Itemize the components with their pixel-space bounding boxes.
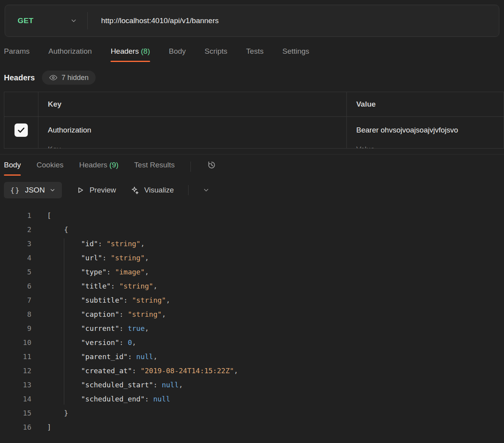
code-line: 5 "type": "image", [0,265,504,279]
tab-body[interactable]: Body [169,47,186,62]
request-bar: GET http://localhost:4010/api/v1/banners [5,5,499,37]
code-line: 7 "subtitle": "string", [0,293,504,307]
code-line: 6 "title": "string", [0,279,504,293]
history-icon[interactable] [207,160,217,170]
response-tab-headers[interactable]: Headers (9) [79,161,118,176]
column-key: Key [38,92,347,116]
header-key-cell[interactable]: Authorization [38,117,347,143]
format-label: JSON [25,186,45,194]
chevron-down-icon [49,187,56,193]
code-line: 15 } [0,406,504,420]
toolbar-divider [188,185,189,195]
tab-tests[interactable]: Tests [246,47,263,62]
headers-table-header: Key Value [4,92,504,116]
chevron-down-icon [70,17,77,24]
code-line: 3 "id": "string", [0,237,504,251]
headers-count-badge: (8) [141,47,150,55]
response-headers-count-badge: (9) [109,161,118,169]
code-line: 8 "caption": "string", [0,307,504,321]
api-client-page: GET http://localhost:4010/api/v1/banners… [0,5,504,434]
chevron-down-icon[interactable] [203,187,210,194]
next-row-value-placeholder[interactable]: Value [347,143,504,148]
tab-scripts[interactable]: Scripts [205,47,227,62]
method-dropdown[interactable]: GET [5,5,87,36]
code-line: 2 { [0,223,504,237]
visualize-button[interactable]: Visualize [130,185,174,195]
indent-guide [64,238,64,405]
code-line: 10 "version": 0, [0,336,504,350]
code-line: 1[ [0,209,504,223]
next-row-key-placeholder[interactable]: Key [38,143,347,148]
preview-icon [76,186,85,194]
response-panel: Body Cookies Headers (9) Test Results {}… [0,154,504,434]
select-all-cell [4,92,38,116]
response-toolbar: {} JSON Preview Visualize [0,176,504,198]
code-lines: 1[2 {3 "id": "string",4 "url": "string",… [0,209,504,434]
hidden-headers-toggle[interactable]: 7 hidden [42,71,96,85]
headers-section-title: Headers [4,73,35,82]
code-line: 12 "created_at": "2019-08-24T14:15:22Z", [0,364,504,378]
code-line: 11 "parent_id": null, [0,350,504,364]
row-checkbox-cell [4,117,38,143]
code-line: 13 "scheduled_start": null, [0,378,504,392]
code-line: 9 "current": true, [0,321,504,336]
headers-section-header: Headers 7 hidden [0,71,504,85]
eye-icon [49,73,58,82]
response-tab-body[interactable]: Body [4,161,21,176]
tab-authorization[interactable]: Authorization [48,47,92,62]
code-line: 4 "url": "string", [0,251,504,265]
code-line: 16] [0,420,504,434]
response-tab-test-results[interactable]: Test Results [134,161,174,176]
method-label: GET [18,16,34,25]
response-tabs: Body Cookies Headers (9) Test Results [0,154,504,176]
response-tab-cookies[interactable]: Cookies [36,161,63,176]
hidden-headers-label: 7 hidden [62,74,89,82]
tab-headers[interactable]: Headers (8) [111,47,150,62]
url-input[interactable]: http://localhost:4010/api/v1/banners [88,16,499,25]
headers-table: Key Value Authorization Bearer ohvsojvoa… [4,92,504,149]
format-dropdown[interactable]: {} JSON [4,182,62,198]
tab-settings[interactable]: Settings [282,47,309,62]
tab-params[interactable]: Params [4,47,29,62]
code-line: 14 "scheduled_end": null [0,392,504,406]
response-tabs-divider [190,162,191,172]
table-row: Authorization Bearer ohvsojvoajsoajvjvfo… [4,116,504,143]
response-body-editor[interactable]: 1[2 {3 "id": "string",4 "url": "string",… [0,209,504,434]
request-tabs: Params Authorization Headers (8) Body Sc… [0,47,504,62]
row-checkbox-checked[interactable] [15,123,28,137]
header-value-cell[interactable]: Bearer ohvsojvoajsoajvjvfojsvo [347,117,504,143]
partial-next-row: Key Value [4,143,504,148]
column-value: Value [347,92,504,116]
preview-button[interactable]: Preview [76,186,116,194]
braces-icon: {} [10,186,20,194]
visualize-icon [130,185,140,195]
